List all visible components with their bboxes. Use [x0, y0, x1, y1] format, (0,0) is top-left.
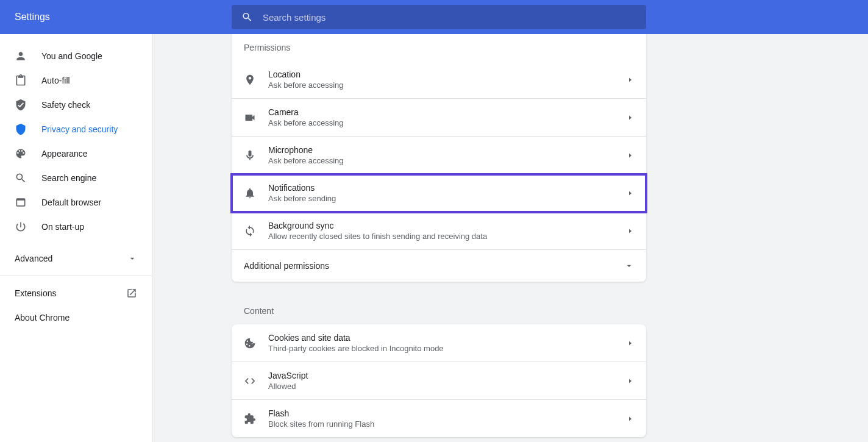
sidebar-about[interactable]: About Chrome: [0, 305, 152, 330]
chevron-right-icon: [627, 415, 634, 422]
sidebar-extensions-label: Extensions: [15, 288, 56, 298]
shield-icon: [15, 123, 27, 135]
microphone-icon: [244, 149, 256, 162]
sidebar-item-label: You and Google: [41, 51, 102, 61]
search-icon: [241, 11, 253, 23]
row-flash[interactable]: Flash Block sites from running Flash: [232, 400, 646, 437]
row-cookies[interactable]: Cookies and site data Third-party cookie…: [232, 324, 646, 362]
sidebar-item-privacy-security[interactable]: Privacy and security: [0, 117, 152, 141]
palette-icon: [15, 148, 27, 160]
camera-icon: [244, 112, 256, 124]
chevron-right-icon: [627, 152, 634, 159]
chevron-right-icon: [627, 340, 634, 347]
sidebar-item-label: Appearance: [41, 149, 88, 159]
row-subtitle: Ask before accessing: [268, 80, 627, 90]
search-bar[interactable]: [232, 5, 646, 29]
row-title: Additional permissions: [244, 261, 329, 271]
row-title: Location: [268, 70, 627, 79]
sync-icon: [244, 225, 256, 237]
person-icon: [15, 50, 27, 62]
row-title: Background sync: [268, 221, 627, 230]
chevron-down-icon: [624, 261, 634, 271]
chevron-down-icon: [127, 254, 137, 263]
row-title: Microphone: [268, 145, 627, 155]
sidebar-item-default-browser[interactable]: Default browser: [0, 190, 152, 215]
search-input[interactable]: [263, 12, 636, 23]
app-header: Settings: [0, 0, 868, 34]
chevron-right-icon: [627, 377, 634, 385]
row-subtitle: Ask before accessing: [268, 156, 627, 165]
sidebar-item-label: On start-up: [41, 222, 84, 232]
row-title: JavaScript: [268, 371, 627, 380]
cookie-icon: [244, 337, 256, 349]
chevron-right-icon: [627, 114, 634, 121]
row-subtitle: Third-party cookies are blocked in Incog…: [268, 344, 627, 353]
row-notifications[interactable]: Notifications Ask before sending: [232, 174, 646, 212]
sidebar-item-label: Privacy and security: [41, 124, 118, 134]
row-title: Notifications: [268, 183, 627, 193]
magnify-icon: [15, 172, 27, 184]
divider: [0, 276, 152, 276]
section-content-title: Content: [232, 291, 646, 324]
sidebar-item-search-engine[interactable]: Search engine: [0, 166, 152, 190]
app-title: Settings: [15, 12, 50, 23]
row-subtitle: Allowed: [268, 382, 627, 391]
code-icon: [244, 375, 256, 387]
chevron-right-icon: [627, 76, 634, 84]
sidebar-item-label: Auto-fill: [41, 76, 70, 85]
sidebar-item-on-startup[interactable]: On start-up: [0, 215, 152, 239]
location-pin-icon: [244, 74, 256, 86]
sidebar-item-label: Safety check: [41, 100, 90, 110]
shield-check-icon: [15, 99, 27, 111]
content-area: Permissions Location Ask before accessin…: [152, 34, 868, 442]
row-title: Cookies and site data: [268, 333, 627, 343]
sidebar-item-label: Search engine: [41, 173, 96, 183]
row-title: Camera: [268, 107, 627, 117]
row-microphone[interactable]: Microphone Ask before accessing: [232, 137, 646, 174]
sidebar-advanced-label: Advanced: [15, 254, 52, 263]
window-icon: [15, 196, 27, 209]
section-permissions-title: Permissions: [232, 34, 646, 61]
power-icon: [15, 221, 27, 233]
row-javascript[interactable]: JavaScript Allowed: [232, 362, 646, 400]
row-camera[interactable]: Camera Ask before accessing: [232, 99, 646, 137]
sidebar-item-safety-check[interactable]: Safety check: [0, 93, 152, 117]
row-subtitle: Block sites from running Flash: [268, 419, 627, 429]
clipboard-icon: [15, 74, 27, 87]
sidebar: You and Google Auto-fill Safety check Pr…: [0, 34, 152, 442]
sidebar-item-you-and-google[interactable]: You and Google: [0, 44, 152, 68]
chevron-right-icon: [627, 190, 634, 197]
sidebar-advanced[interactable]: Advanced: [0, 246, 152, 271]
row-subtitle: Ask before sending: [268, 194, 627, 203]
row-title: Flash: [268, 408, 627, 418]
chevron-right-icon: [627, 227, 634, 235]
sidebar-item-label: Default browser: [41, 198, 101, 207]
sidebar-extensions[interactable]: Extensions: [0, 281, 152, 305]
row-additional-permissions[interactable]: Additional permissions: [232, 250, 646, 282]
row-location[interactable]: Location Ask before accessing: [232, 61, 646, 99]
row-subtitle: Ask before accessing: [268, 118, 627, 127]
sidebar-about-label: About Chrome: [15, 313, 69, 323]
sidebar-item-appearance[interactable]: Appearance: [0, 141, 152, 166]
sidebar-item-autofill[interactable]: Auto-fill: [0, 68, 152, 93]
row-subtitle: Allow recently closed sites to finish se…: [268, 232, 627, 241]
open-in-new-icon: [126, 288, 137, 299]
bell-icon: [244, 187, 256, 199]
row-background-sync[interactable]: Background sync Allow recently closed si…: [232, 212, 646, 250]
puzzle-icon: [244, 413, 256, 425]
